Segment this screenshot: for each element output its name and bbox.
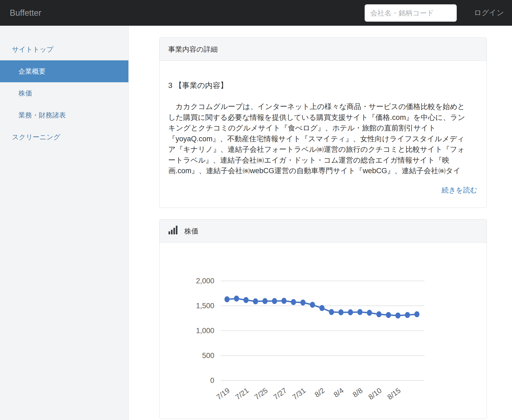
svg-text:0: 0: [210, 376, 214, 385]
svg-text:2,000: 2,000: [196, 277, 214, 285]
brand-logo[interactable]: Buffetter: [10, 0, 41, 26]
read-more-link[interactable]: 続きを読む: [442, 185, 477, 195]
stock-card-header: 株価: [160, 219, 487, 242]
svg-text:500: 500: [202, 352, 214, 360]
svg-text:7/31: 7/31: [291, 386, 307, 401]
business-card-title: 事業内容の詳細: [168, 45, 218, 53]
svg-text:8/15: 8/15: [386, 386, 402, 401]
svg-text:1,500: 1,500: [196, 302, 214, 310]
svg-text:8/4: 8/4: [332, 386, 345, 399]
svg-text:8/2: 8/2: [313, 386, 326, 399]
login-link[interactable]: ログイン: [474, 0, 504, 26]
sidebar-item-site-top[interactable]: サイトトップ: [0, 38, 128, 60]
svg-text:7/19: 7/19: [215, 386, 231, 401]
sidebar-item-screening[interactable]: スクリーニング: [0, 126, 128, 148]
sidebar-nav: サイトトップ 企業概要 株価 業務・財務諸表 スクリーニング: [0, 26, 129, 420]
svg-text:7/25: 7/25: [253, 386, 269, 401]
sidebar-item-stock-price[interactable]: 株価: [0, 82, 128, 104]
business-section-heading: 3 【事業の内容】: [168, 80, 228, 91]
stock-search-input[interactable]: [365, 4, 457, 22]
svg-text:8/8: 8/8: [351, 386, 364, 399]
svg-text:7/21: 7/21: [234, 386, 250, 401]
stock-price-card: 株価 05001,0001,5002,0007/197/217/257/277/…: [159, 219, 487, 419]
business-card-header: 事業内容の詳細: [160, 38, 487, 61]
top-navbar: Buffetter ログイン: [0, 0, 512, 26]
stock-card-title: 株価: [184, 227, 198, 235]
svg-text:8/10: 8/10: [367, 386, 383, 401]
sidebar-item-company-overview[interactable]: 企業概要: [0, 60, 128, 82]
business-detail-card: 事業内容の詳細 3 【事業の内容】 カカクコムグループは、インターネット上の様々…: [159, 37, 487, 208]
bar-chart-icon: [168, 221, 177, 230]
sidebar-item-financial-statements[interactable]: 業務・財務諸表: [0, 104, 128, 126]
stock-price-chart: 05001,0001,5002,0007/197/217/257/277/318…: [160, 242, 487, 419]
business-description-text: カカクコムグループは、インターネット上の様々な商品・サービスの価格比較を始めと …: [168, 101, 485, 176]
svg-text:1,000: 1,000: [196, 327, 214, 335]
svg-text:7/27: 7/27: [272, 386, 288, 401]
